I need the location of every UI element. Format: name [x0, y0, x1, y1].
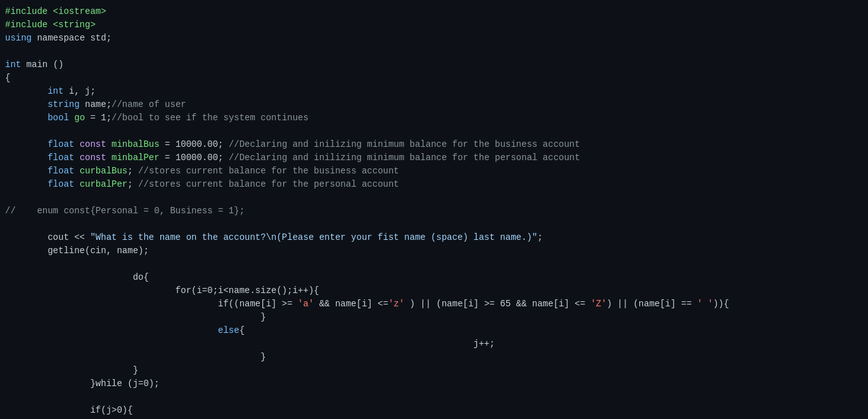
code-line-13: float curbalBus; //stores current balanc…	[0, 165, 868, 178]
code-line-9: bool go = 1;//bool to see if the system …	[0, 111, 868, 125]
code-line-30	[0, 391, 868, 404]
code-line-4	[0, 45, 868, 58]
code-line-7: int i, j;	[0, 85, 868, 98]
code-line-1: #include <iostream>	[0, 5, 868, 18]
code-line-16: // enum const{Personal = 0, Business = 1…	[0, 204, 868, 218]
code-line-25: else{	[0, 324, 868, 337]
code-line-20	[0, 258, 868, 271]
code-editor: #include <iostream> #include <string> us…	[0, 0, 868, 419]
line-1-content: #include <iostream>	[0, 5, 106, 18]
code-line-3: using namespace std;	[0, 32, 868, 45]
code-line-31: if(j>0){	[0, 404, 868, 417]
code-line-2: #include <string>	[0, 18, 868, 32]
code-line-6: {	[0, 72, 868, 85]
code-line-22: for(i=0;i<name.size();i++){	[0, 284, 868, 297]
code-line-10	[0, 125, 868, 138]
code-line-28: }	[0, 364, 868, 377]
code-line-15	[0, 191, 868, 204]
code-line-11: float const minbalBus = 10000.00; //Decl…	[0, 138, 868, 151]
code-line-29: }while (j=0);	[0, 377, 868, 391]
code-line-24: }	[0, 311, 868, 324]
code-line-12: float const minbalPer = 10000.00; //Decl…	[0, 151, 868, 165]
code-line-17	[0, 218, 868, 231]
code-line-23: if((name[i] >= 'a' && name[i] <='z' ) ||…	[0, 297, 868, 311]
code-line-26: j++;	[0, 337, 868, 351]
code-line-27: }	[0, 351, 868, 364]
code-line-19: getline(cin, name);	[0, 244, 868, 258]
code-line-14: float curbalPer; //stores current balanc…	[0, 178, 868, 191]
code-line-21: do{	[0, 271, 868, 284]
code-line-18: cout << "What is the name on the account…	[0, 231, 868, 244]
code-line-8: string name;//name of user	[0, 98, 868, 111]
line-2-content: #include <string>	[0, 18, 96, 32]
line-3-content: using namespace std;	[0, 32, 112, 45]
code-line-5: int main ()	[0, 58, 868, 72]
